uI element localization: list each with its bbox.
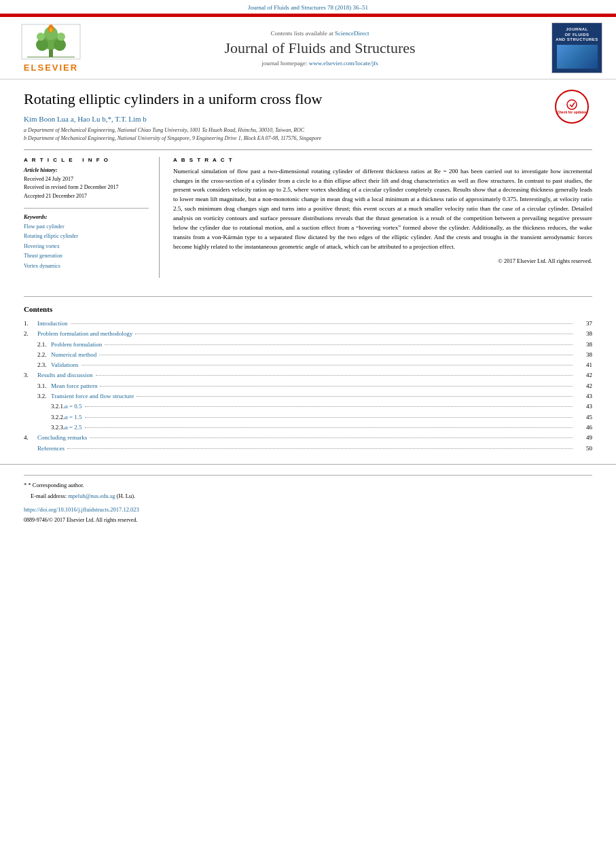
homepage-url[interactable]: www.elsevier.com/locate/jfs [309,60,378,67]
toc-page-2-3: 41 [575,360,592,370]
toc-item-2-3: 2.3. Validations 41 [24,360,592,370]
citation-text: Journal of Fluids and Structures 78 (201… [248,4,368,11]
section-divider [24,296,592,297]
toc-dots-3-2-1 [85,406,573,407]
article-title-text: Rotating elliptic cylinders in a uniform… [24,90,548,143]
received-line: Received 24 July 2017 [24,175,149,184]
toc-dots-2-2 [99,355,573,355]
toc-label-2-1: Problem formulation [51,340,102,350]
two-column-layout: A R T I C L E I N F O Article history: R… [24,149,592,278]
toc-label-3-1: Mean force pattern [51,381,97,391]
journal-header: ELSEVIER Contents lists available at Sci… [0,16,616,79]
toc-dots-ref [67,448,573,449]
svg-point-5 [54,39,66,51]
toc-label-3-2-1: α = 0.5 [65,401,82,412]
contents-available-line: Contents lists available at ScienceDirec… [95,30,545,37]
keyword-4: Thrust generation [24,251,149,261]
page-wrapper: { "top_bar": { "citation": "Journal of F… [0,0,616,841]
svg-point-12 [567,100,577,109]
toc-dots-2 [135,334,573,334]
toc-dots-3-2-2 [85,417,573,418]
check-updates-badge: Check for updates [555,90,592,124]
toc-page-ref: 50 [575,444,592,454]
toc-item-4: 4. Concluding remarks 49 [24,433,592,443]
doi-line: https://doi.org/10.1016/j.jfluidstructs.… [24,505,592,515]
main-content: Rotating elliptic cylinders in a uniform… [0,79,616,288]
keyword-1: Flow past cylinder [24,222,149,232]
toc-item-ref: References 50 [24,444,592,454]
toc-dots-2-1 [105,344,573,345]
toc-num-3-2: 3.2. [37,391,51,401]
journal-title: Journal of Fluids and Structures [95,39,545,57]
toc-num-1: 1. [24,319,37,329]
toc-num-2: 2. [24,329,37,339]
revised-line: Received in revised form 2 December 2017 [24,183,149,192]
toc-item-3-2-2: 3.2.2. α = 1.5 45 [24,412,592,423]
toc-page-1: 37 [575,319,592,329]
corresponding-label: * Corresponding author. [28,482,84,488]
top-citation-bar: Journal of Fluids and Structures 78 (201… [0,0,616,14]
doi-link[interactable]: https://doi.org/10.1016/j.jfluidstructs.… [24,506,139,513]
toc-label-3: Results and discussion [37,370,93,380]
contents-section: Contents 1. Introduction 37 2. Problem f… [0,305,616,454]
keyword-5: Vortex dynamics [24,262,149,271]
check-updates-circle: Check for updates [555,90,589,124]
issn-line: 0889-9746/© 2017 Elsevier Ltd. All right… [24,517,592,523]
toc-page-3-2-3: 46 [575,423,592,433]
elsevier-tree-image [20,23,81,60]
toc-label-1: Introduction [37,319,68,329]
email-label-text: E-mail address: [24,493,67,499]
elsevier-text: ELSEVIER [24,62,78,73]
contents-available-text: Contents lists available at [271,30,333,37]
toc-dots-3 [96,375,573,376]
svg-rect-2 [49,49,53,57]
article-info-heading: A R T I C L E I N F O [24,157,149,163]
history-label: Article history: [24,167,149,173]
toc-item-1: 1. Introduction 37 [24,319,592,329]
homepage-label: journal homepage: [261,60,307,67]
toc-num-2-3: 2.3. [37,360,51,370]
check-updates-label: Check for updates [557,110,587,114]
keyword-2: Rotating elliptic cylinder [24,232,149,241]
badge-title: JOURNALOF FLUIDSAND STRUCTURES [556,27,598,43]
toc-item-2-1: 2.1. Problem formulation 38 [24,340,592,350]
svg-point-8 [57,33,65,41]
keyword-3: Hovering vortex [24,242,149,251]
footer-divider [24,475,592,476]
accepted-line: Accepted 21 December 2017 [24,192,149,201]
toc-dots-1 [71,323,573,324]
email-address[interactable]: mpeluh@nus.edu.sg [68,493,115,499]
toc-page-3-1: 42 [575,381,592,391]
homepage-line: journal homepage: www.elsevier.com/locat… [95,60,545,67]
abstract-heading: A B S T R A C T [173,157,592,163]
sciencedirect-link[interactable]: ScienceDirect [335,30,369,37]
toc-page-2: 38 [575,329,592,339]
toc-page-3-2-1: 43 [575,401,592,412]
journal-center: Contents lists available at ScienceDirec… [95,30,545,67]
badge-image [557,45,598,69]
affiliation-a: a Department of Mechanical Engineering, … [24,126,548,135]
toc-label-3-2-2: α = 1.5 [65,412,82,423]
toc-item-2: 2. Problem formulation and methodology 3… [24,329,592,339]
article-title-section: Rotating elliptic cylinders in a uniform… [24,90,592,143]
toc-label-4: Concluding remarks [37,433,87,443]
toc-num-3-2-3: 3.2.3. [51,423,65,433]
toc-page-3: 42 [575,370,592,380]
authors-line: Kim Boon Lua a, Hao Lu b,*, T.T. Lim b [24,115,548,123]
toc-item-3-1: 3.1. Mean force pattern 42 [24,381,592,391]
toc-label-3-2: Transient force and flow structure [51,391,134,401]
toc-item-3-2-3: 3.2.3. α = 2.5 46 [24,423,592,433]
toc-dots-4 [90,437,573,438]
right-column: A B S T R A C T Numerical simulation of … [173,157,592,278]
corresponding-author-line: * * Corresponding author. [24,481,592,490]
toc-item-3-2: 3.2. Transient force and flow structure … [24,391,592,401]
article-title: Rotating elliptic cylinders in a uniform… [24,90,548,109]
contents-heading: Contents [24,305,592,313]
toc-dots-2-3 [81,365,573,365]
toc-page-3-2: 43 [575,391,592,401]
svg-point-11 [50,28,53,33]
toc-label-2-2: Numerical method [51,350,96,360]
email-person: (H. Lu). [117,493,136,499]
toc-dots-3-2 [137,396,573,397]
keywords-list: Flow past cylinder Rotating elliptic cyl… [24,222,149,271]
